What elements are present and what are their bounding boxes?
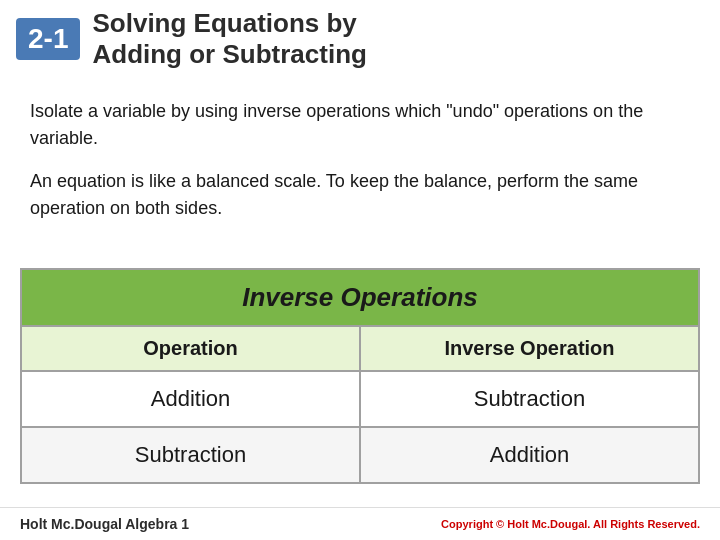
table-title-row: Inverse Operations	[22, 270, 698, 325]
lesson-badge: 2-1	[16, 18, 80, 60]
table-row: Addition Subtraction	[22, 370, 698, 426]
col2-header: Inverse Operation	[361, 327, 698, 370]
row2-col1: Subtraction	[22, 428, 361, 482]
lesson-title: Solving Equations by Adding or Subtracti…	[92, 8, 366, 70]
paragraph1: Isolate a variable by using inverse oper…	[30, 98, 690, 152]
row1-col1: Addition	[22, 372, 361, 426]
table-title: Inverse Operations	[242, 282, 478, 312]
paragraph2: An equation is like a balanced scale. To…	[30, 168, 690, 222]
footer-copyright: Copyright © Holt Mc.Dougal. All Rights R…	[441, 518, 700, 530]
footer-publisher: Holt Mc.Dougal Algebra 1	[20, 516, 189, 532]
main-content: Isolate a variable by using inverse oper…	[0, 78, 720, 248]
row2-col2: Addition	[361, 428, 698, 482]
table-row: Subtraction Addition	[22, 426, 698, 482]
header: 2-1 Solving Equations by Adding or Subtr…	[0, 0, 720, 78]
footer: Holt Mc.Dougal Algebra 1 Copyright © Hol…	[0, 507, 720, 540]
col1-header: Operation	[22, 327, 361, 370]
table-header-row: Operation Inverse Operation	[22, 325, 698, 370]
row1-col2: Subtraction	[361, 372, 698, 426]
inverse-operations-table: Inverse Operations Operation Inverse Ope…	[20, 268, 700, 484]
title-line1: Solving Equations by	[92, 8, 366, 39]
title-line2: Adding or Subtracting	[92, 39, 366, 70]
